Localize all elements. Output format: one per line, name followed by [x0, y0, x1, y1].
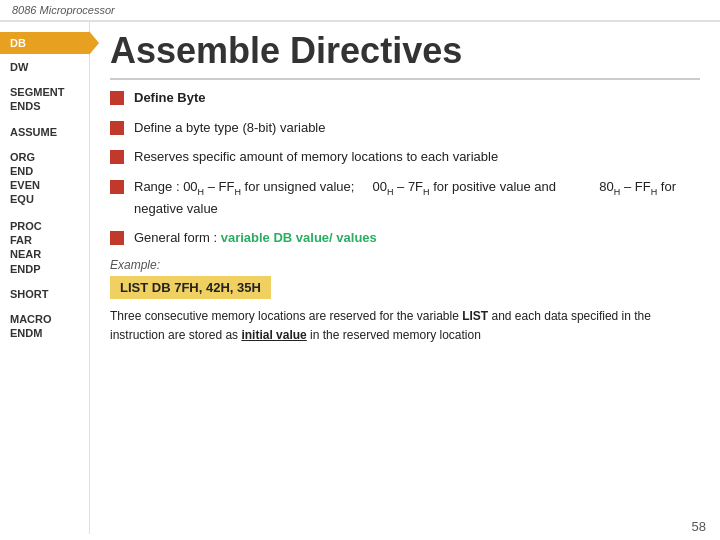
- content-area: Assemble Directives Define Byte Define a…: [90, 22, 720, 534]
- general-form-highlight: variable DB value/ values: [221, 230, 377, 245]
- sidebar-item-assume[interactable]: ASSUME: [0, 121, 89, 143]
- sidebar-item-short[interactable]: SHORT: [0, 283, 89, 305]
- bullet-icon-5: [110, 231, 124, 245]
- sidebar-item-dw[interactable]: DW: [0, 56, 89, 78]
- sidebar-item-org-end[interactable]: ORGENDEVENEQU: [0, 145, 89, 212]
- sidebar-item-proc-far[interactable]: PROCFARNEARENDP: [0, 214, 89, 281]
- entry-range: Range : 00H – FFH for unsigned value; 00…: [110, 177, 700, 219]
- sidebar-item-segment-ends[interactable]: SEGMENTENDS: [0, 80, 89, 119]
- description-initial-value: initial value: [241, 328, 306, 342]
- code-block: LIST DB 7FH, 42H, 35H: [110, 276, 271, 299]
- entry-text-reserves: Reserves specific amount of memory locat…: [134, 147, 498, 167]
- description-text: Three consecutive memory locations are r…: [110, 307, 700, 345]
- define-byte-label: Define Byte: [134, 90, 206, 105]
- page-title: Assemble Directives: [110, 30, 700, 80]
- entry-text-define-word: Define a byte type (8-bit) variable: [134, 118, 325, 138]
- bullet-icon-2: [110, 121, 124, 135]
- sidebar: DB DW SEGMENTENDS ASSUME ORGENDEVENEQU P…: [0, 22, 90, 534]
- bullet-icon-4: [110, 180, 124, 194]
- example-label: Example:: [110, 258, 700, 272]
- entry-define-byte: Define Byte: [110, 88, 700, 108]
- app-title: 8086 Microprocessor: [12, 4, 115, 16]
- top-bar: 8086 Microprocessor: [0, 0, 720, 22]
- main-layout: DB DW SEGMENTENDS ASSUME ORGENDEVENEQU P…: [0, 22, 720, 534]
- sidebar-item-macro-endm[interactable]: MACROENDM: [0, 307, 89, 346]
- bullet-icon-3: [110, 150, 124, 164]
- entry-text-define-byte: Define Byte: [134, 88, 206, 108]
- bullet-icon: [110, 91, 124, 105]
- sidebar-item-db[interactable]: DB: [0, 32, 89, 54]
- entry-text-range: Range : 00H – FFH for unsigned value; 00…: [134, 177, 700, 219]
- description-list-label: LIST: [462, 309, 488, 323]
- entry-general-form: General form : variable DB value/ values: [110, 228, 700, 248]
- entry-text-general-form: General form : variable DB value/ values: [134, 228, 377, 248]
- page-number: 58: [692, 519, 706, 534]
- entry-define-word: Define a byte type (8-bit) variable: [110, 118, 700, 138]
- entry-reserves: Reserves specific amount of memory locat…: [110, 147, 700, 167]
